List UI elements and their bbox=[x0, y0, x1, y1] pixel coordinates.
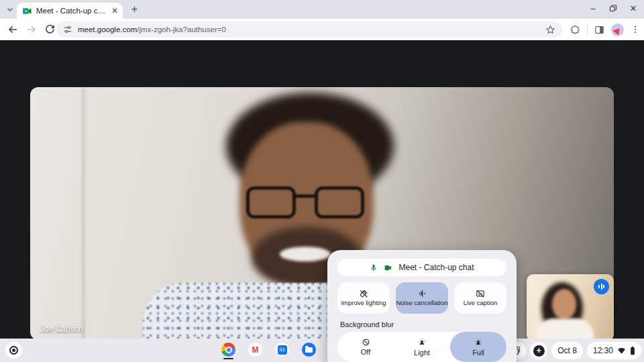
tray-add-button[interactable]: + bbox=[530, 342, 547, 359]
url-text: meet.google.com/jmx-zgoh-jka?authuser=0 bbox=[78, 25, 540, 34]
background-blur-section-label: Background blur bbox=[340, 320, 517, 328]
mic-active-icon bbox=[370, 263, 378, 272]
live-caption-icon bbox=[476, 289, 485, 298]
app-icon-chrome[interactable] bbox=[221, 343, 235, 357]
blur-full-icon bbox=[474, 338, 483, 347]
noise-cancellation-icon bbox=[417, 289, 427, 298]
forward-icon[interactable] bbox=[25, 23, 38, 36]
meet-favicon-icon bbox=[23, 7, 32, 15]
blur-light-option[interactable]: Light bbox=[394, 332, 450, 362]
back-icon[interactable] bbox=[7, 23, 19, 36]
tab-title: Meet - Catch-up chat bbox=[36, 7, 107, 15]
popup-app-title: Meet - Catch-up chat bbox=[398, 263, 474, 272]
new-tab-button[interactable]: + bbox=[129, 4, 140, 15]
improve-lighting-button[interactable]: Improve lighting bbox=[337, 282, 390, 314]
app-icon-calendar[interactable]: 31 bbox=[275, 343, 289, 357]
live-caption-label: Live caption bbox=[464, 300, 498, 307]
blur-full-option[interactable]: Full bbox=[450, 332, 506, 362]
date-pill[interactable]: Oct 8 bbox=[551, 342, 583, 359]
active-app-indicator bbox=[223, 358, 233, 360]
url-domain: meet.google.com bbox=[78, 25, 137, 34]
blur-off-icon bbox=[362, 338, 370, 347]
app-icon-gmail[interactable]: M bbox=[248, 343, 262, 357]
live-caption-button[interactable]: Live caption bbox=[454, 282, 506, 314]
restore-window-icon[interactable] bbox=[608, 3, 619, 13]
bookmark-star-icon[interactable] bbox=[545, 25, 555, 35]
date-text: Oct 8 bbox=[557, 346, 577, 355]
battery-icon bbox=[630, 347, 635, 355]
chromeos-screen: Meet - Catch-up chat ✕ + – ✕ meet.google… bbox=[0, 0, 644, 362]
browser-tab-strip: Meet - Catch-up chat ✕ + – ✕ bbox=[0, 0, 644, 19]
improve-lighting-label: Improve lighting bbox=[341, 300, 386, 307]
site-settings-icon[interactable] bbox=[63, 25, 72, 34]
blur-full-label: Full bbox=[472, 349, 484, 357]
launcher-button[interactable] bbox=[5, 342, 22, 359]
url-path: /jmx-zgoh-jka?authuser=0 bbox=[137, 25, 226, 34]
reload-icon[interactable] bbox=[44, 23, 56, 36]
app-icon-files[interactable] bbox=[302, 343, 316, 357]
camera-active-icon bbox=[383, 263, 393, 272]
side-panel-icon[interactable] bbox=[594, 25, 604, 35]
clock-text: 12:30 bbox=[593, 346, 613, 355]
improve-lighting-icon bbox=[359, 289, 368, 298]
minimize-window-icon[interactable]: – bbox=[588, 3, 598, 13]
chromeos-shelf: M 31 bbox=[0, 339, 644, 362]
media-quick-settings-popup: Meet - Catch-up chat Improve lighting No… bbox=[327, 250, 517, 362]
tab-close-icon[interactable]: ✕ bbox=[111, 7, 118, 15]
noise-cancellation-label: Noise cancellation bbox=[396, 300, 447, 307]
active-tab[interactable]: Meet - Catch-up chat ✕ bbox=[17, 3, 123, 19]
blur-off-label: Off bbox=[361, 348, 370, 356]
profile-avatar[interactable] bbox=[611, 23, 624, 36]
status-area[interactable]: 12:30 bbox=[587, 342, 641, 359]
close-window-icon[interactable]: ✕ bbox=[628, 3, 639, 13]
toolbar-divider bbox=[587, 24, 588, 35]
address-bar[interactable]: meet.google.com/jmx-zgoh-jka?authuser=0 bbox=[56, 21, 562, 38]
blur-light-label: Light bbox=[414, 349, 430, 357]
browser-menu-icon[interactable] bbox=[631, 25, 640, 34]
audio-level-badge bbox=[594, 279, 609, 294]
meet-page: Joe Carlson bbox=[0, 40, 644, 339]
background-wall bbox=[83, 87, 85, 340]
blur-light-icon bbox=[417, 338, 427, 347]
browser-toolbar: meet.google.com/jmx-zgoh-jka?authuser=0 bbox=[0, 19, 644, 40]
tab-search-icon[interactable] bbox=[4, 3, 16, 15]
popup-app-pill[interactable]: Meet - Catch-up chat bbox=[337, 259, 506, 276]
plus-icon: + bbox=[533, 345, 545, 357]
background-blur-segmented-control: Off Light Full bbox=[337, 332, 506, 362]
noise-cancellation-button[interactable]: Noise cancellation bbox=[396, 282, 448, 314]
participant-name-label: Joe Carlson bbox=[40, 324, 83, 334]
self-view-tile[interactable] bbox=[527, 274, 614, 341]
extensions-icon[interactable] bbox=[570, 24, 580, 35]
launcher-icon bbox=[9, 346, 18, 355]
wifi-icon bbox=[617, 347, 626, 355]
blur-off-option[interactable]: Off bbox=[337, 332, 394, 362]
